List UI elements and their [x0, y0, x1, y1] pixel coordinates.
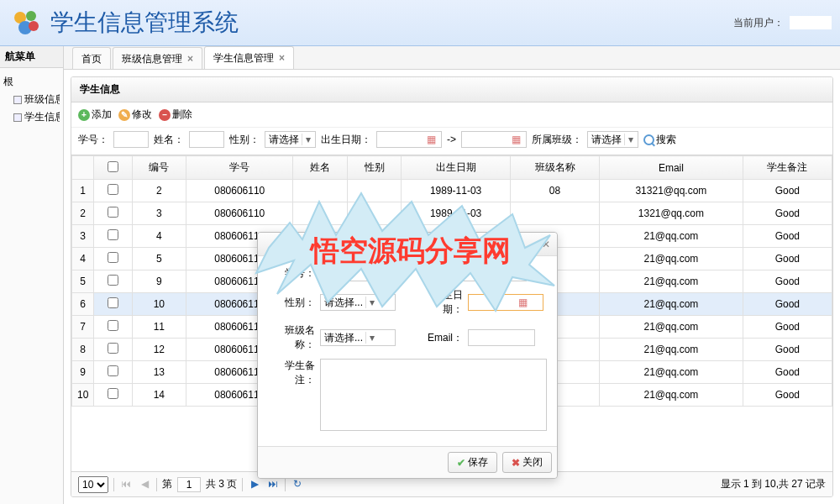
col-header: 编号	[132, 156, 186, 180]
pager-page-label: 第	[162, 477, 172, 491]
dlg-gender-label: 性别：	[268, 296, 315, 310]
chevron-down-icon: ▾	[624, 134, 636, 145]
dlg-email-input[interactable]	[468, 329, 535, 346]
row-checkbox[interactable]	[108, 365, 118, 376]
col-header: 班级名称	[510, 156, 599, 180]
dlg-sno-label: 学号：	[268, 266, 315, 281]
dlg-gender-select[interactable]: 请选择...▾	[320, 294, 396, 311]
nav-sidebar: 航菜单 根 班级信息管理 学生信息管理	[0, 46, 64, 504]
dlg-sno-input[interactable]	[320, 265, 387, 281]
col-header: 学号	[186, 156, 293, 180]
tree-item-class[interactable]: 班级信息管理	[3, 91, 60, 108]
app-logo-icon	[8, 6, 42, 39]
row-checkbox[interactable]	[108, 252, 118, 263]
row-checkbox[interactable]	[108, 297, 118, 308]
minus-icon: –	[159, 109, 171, 121]
row-checkbox[interactable]	[108, 184, 118, 195]
tab-班级信息管理[interactable]: 班级信息管理×	[113, 47, 202, 69]
filter-bar: 学号： 姓名： 性别： 请选择▾ 出生日期： ▦ -> ▦ 所属班级： 请选择▾…	[71, 128, 832, 155]
dlg-class-label: 班级名称：	[268, 323, 315, 352]
pager-prev[interactable]: ◀	[138, 478, 151, 491]
filter-sno-label: 学号：	[78, 133, 108, 147]
current-user-label: 当前用户：	[733, 17, 784, 29]
filter-dob-to[interactable]: ▦	[461, 131, 527, 148]
arrow-label: ->	[447, 134, 456, 145]
col-header: 姓名	[293, 156, 347, 180]
sidebar-title: 航菜单	[0, 46, 63, 68]
chevron-down-icon: ▾	[365, 332, 377, 344]
dlg-dob-label: 出生日期：	[416, 288, 463, 317]
pager-page-input[interactable]	[177, 477, 201, 492]
search-icon	[643, 134, 654, 145]
current-user: 当前用户：	[733, 16, 832, 30]
dlg-class-select[interactable]: 请选择...▾	[320, 329, 396, 346]
filter-dob-from[interactable]: ▦	[376, 131, 442, 148]
app-title: 学生信息管理系统	[50, 7, 239, 39]
tab-bar: 首页班级信息管理×学生信息管理×	[64, 46, 840, 70]
dlg-email-label: Email：	[416, 331, 463, 345]
dlg-note-label: 学生备注：	[268, 359, 315, 387]
save-button[interactable]: ✔保存	[448, 452, 497, 473]
table-row[interactable]: 120806061101989-11-030831321@qq.comGood	[72, 180, 832, 202]
doc-icon	[13, 96, 22, 104]
filter-gender-select[interactable]: 请选择▾	[265, 131, 316, 148]
table-row[interactable]: 230806061101989-11-031321@qq.comGood	[72, 202, 832, 225]
calendar-icon: ▦	[509, 134, 522, 145]
row-checkbox[interactable]	[108, 275, 118, 286]
dlg-name-input[interactable]	[459, 265, 527, 281]
chevron-down-icon: ▾	[302, 134, 313, 145]
dlg-name-label: 姓名：	[407, 266, 454, 281]
col-header: Email	[600, 156, 743, 180]
edit-dialog: ✕ 学号： 姓名： 性别： 请选择...▾ 出生日期： ▦ 班级名称： 请选择.…	[257, 232, 558, 479]
page-size-select[interactable]: 10	[78, 476, 108, 493]
pager-refresh[interactable]: ↻	[291, 478, 304, 491]
filter-class-label: 所属班级：	[532, 133, 582, 147]
dialog-header[interactable]: ✕	[258, 233, 557, 256]
svg-point-3	[29, 21, 39, 31]
tree-item-student[interactable]: 学生信息管理	[3, 108, 60, 126]
edit-button[interactable]: ✎修改	[118, 108, 152, 122]
row-checkbox[interactable]	[108, 207, 118, 218]
app-header: 学生信息管理系统 当前用户：	[0, 0, 840, 46]
panel-title: 学生信息	[71, 77, 832, 102]
col-header	[72, 156, 94, 180]
tab-close-icon[interactable]: ×	[279, 47, 285, 69]
close-icon: ✖	[512, 457, 520, 469]
row-checkbox[interactable]	[108, 320, 118, 331]
dlg-note-input[interactable]	[320, 359, 547, 431]
delete-button[interactable]: –删除	[159, 108, 192, 122]
tree-root[interactable]: 根	[3, 73, 60, 91]
row-checkbox[interactable]	[108, 388, 118, 399]
row-checkbox[interactable]	[108, 343, 118, 354]
tab-首页[interactable]: 首页	[72, 47, 111, 69]
tab-学生信息管理[interactable]: 学生信息管理×	[204, 46, 294, 69]
tab-close-icon[interactable]: ×	[187, 48, 193, 70]
toolbar: +添加 ✎修改 –删除	[71, 102, 832, 128]
check-icon: ✔	[457, 457, 465, 469]
dialog-close-icon[interactable]: ✕	[542, 239, 550, 250]
calendar-icon: ▦	[424, 134, 438, 145]
col-header: 性别	[347, 156, 401, 180]
pager-last[interactable]: ⏭	[266, 478, 280, 491]
close-button[interactable]: ✖关闭	[502, 452, 552, 473]
search-button[interactable]: 搜索	[643, 133, 676, 147]
pager-total-label: 共 3 页	[206, 477, 237, 491]
filter-sno-input[interactable]	[113, 131, 149, 148]
pager-next[interactable]: ▶	[248, 478, 261, 491]
add-button[interactable]: +添加	[78, 108, 112, 122]
pager-first[interactable]: ⏮	[119, 478, 133, 491]
filter-name-input[interactable]	[189, 131, 224, 148]
pager-info: 显示 1 到 10,共 27 记录	[721, 477, 826, 491]
filter-name-label: 姓名：	[154, 133, 184, 147]
svg-point-1	[26, 11, 36, 21]
filter-gender-label: 性别：	[229, 133, 260, 147]
chevron-down-icon: ▾	[365, 297, 377, 308]
current-user-value	[790, 16, 832, 29]
doc-icon	[13, 113, 22, 122]
filter-dob-label: 出生日期：	[321, 133, 371, 147]
filter-class-select[interactable]: 请选择▾	[587, 131, 638, 148]
dlg-dob-input[interactable]: ▦	[468, 294, 543, 311]
row-checkbox[interactable]	[108, 229, 118, 240]
calendar-icon: ▦	[516, 297, 529, 308]
select-all-checkbox[interactable]	[108, 161, 118, 172]
